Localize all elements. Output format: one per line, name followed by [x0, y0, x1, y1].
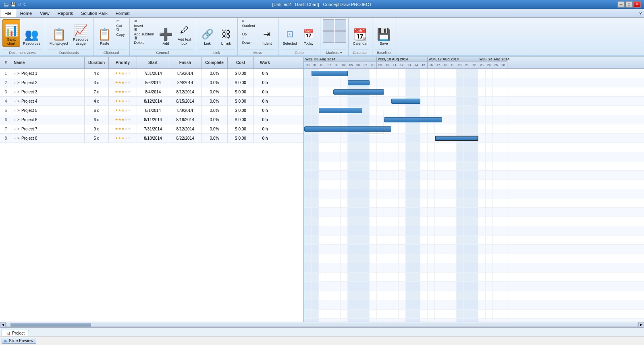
up-button[interactable]: ↑ Up	[240, 28, 257, 36]
delete-button[interactable]: 🗑 Delete	[132, 36, 156, 44]
calendar-button[interactable]: 📆 Calendar	[351, 19, 370, 47]
unlink-button[interactable]: ⛓ Unlink	[217, 19, 235, 47]
outdent-button[interactable]: ⇤ Outdent	[240, 19, 257, 27]
down-button[interactable]: ↓ Down	[240, 36, 257, 44]
day-cell	[442, 217, 449, 226]
cut-button[interactable]: ✂ Cut	[114, 19, 127, 27]
day-cell	[370, 236, 377, 244]
day-cell	[377, 319, 384, 322]
cell-priority: ★★★★★	[109, 97, 137, 105]
table-row[interactable]: 7 ⬦ ➤ Project 7 9 d ★★★★★ 7/31/2014 8/12…	[0, 124, 303, 134]
day-cell	[420, 217, 428, 226]
week-label: w35, 24 Aug 2014	[478, 57, 507, 62]
day-cell	[471, 198, 478, 207]
quick-save-icon[interactable]: 💾	[10, 2, 16, 7]
day-cell	[471, 254, 478, 263]
scroll-left-button[interactable]: ◀	[0, 322, 6, 328]
add-subitem-button[interactable]: ⊞ Add subitem	[132, 28, 156, 36]
gantt-row-bg	[304, 78, 644, 87]
day-cell	[319, 69, 326, 78]
day-cell	[500, 208, 507, 217]
marker-button-4[interactable]	[335, 31, 346, 43]
scroll-thumb-left[interactable]	[10, 323, 91, 326]
menu-home[interactable]: Home	[16, 9, 36, 17]
resources-button[interactable]: 👥 Resources	[21, 19, 42, 47]
day-cell	[420, 263, 428, 272]
table-row[interactable]: 6 ⬦ ➤ Project 6 6 d ★★★★★ 8/11/2014 8/18…	[0, 115, 303, 124]
add-text-box-button[interactable]: 🖊 Add textbox	[176, 19, 193, 47]
save-button[interactable]: 💾 Save	[375, 19, 393, 47]
timeline-header: w32, 03 Aug 201430310102030405060708w33,…	[304, 57, 644, 69]
menu-solution-park[interactable]: Solution Park	[77, 9, 111, 17]
horizontal-scrollbar-left: ◀ ▶	[0, 322, 644, 327]
scroll-right-button[interactable]: ▶	[638, 322, 644, 328]
day-cell	[449, 226, 457, 235]
gantt-row-bg	[304, 143, 644, 152]
day-cell	[326, 69, 333, 78]
day-label: 11	[391, 62, 399, 68]
day-cell	[384, 273, 391, 281]
menu-file[interactable]: File	[0, 9, 16, 17]
menu-help[interactable]: ?	[635, 9, 644, 17]
marker-button-1[interactable]	[323, 19, 334, 31]
day-cell	[493, 236, 500, 244]
day-cell	[319, 263, 326, 272]
day-cell	[341, 263, 348, 272]
cut-copy-col: ✂ Cut ⧉ Copy	[114, 19, 127, 36]
add-button[interactable]: ➕ Add	[157, 19, 175, 47]
day-cell	[326, 180, 333, 189]
day-cell	[391, 180, 399, 189]
slide-preview-button[interactable]: ▶ Slide Preview	[2, 338, 36, 344]
project-name: Project 5	[21, 108, 37, 113]
add-icon: ➕	[160, 28, 172, 41]
table-row[interactable]: 1 ⬦ ➤ Project 1 4 d ★★★★★ 7/31/2014 8/5/…	[0, 69, 303, 78]
day-cell	[442, 78, 449, 87]
redo-icon[interactable]: ↻	[23, 2, 27, 7]
day-cell	[319, 143, 326, 152]
menu-view[interactable]: View	[36, 9, 54, 17]
tab-project[interactable]: 📊 Project	[2, 330, 29, 336]
undo-icon[interactable]: ↺	[18, 2, 21, 7]
gantt-chart-button[interactable]: 📊 Ganttchart	[2, 19, 20, 47]
bottom-tabs: 📊 Project	[0, 327, 644, 336]
indent-button[interactable]: ⇥ Indent	[258, 19, 276, 47]
day-cell	[333, 152, 341, 161]
maximize-button[interactable]: □	[625, 1, 633, 8]
menu-reports[interactable]: Reports	[54, 9, 77, 17]
day-cell	[355, 254, 362, 263]
day-cell	[413, 171, 420, 180]
today-button[interactable]: 📅 Today	[300, 19, 318, 47]
marker-button-3[interactable]	[323, 31, 334, 43]
day-cell	[464, 245, 471, 254]
ribbon-group-content: 📋 Paste ✂ Cut ⧉ Copy	[96, 19, 127, 49]
scroll-track-left[interactable]	[6, 323, 638, 327]
multiproject-button[interactable]: 📋 Multiproject	[48, 19, 70, 47]
day-cell	[442, 282, 449, 291]
day-cell	[362, 319, 370, 322]
menu-format[interactable]: Format	[112, 9, 134, 17]
close-button[interactable]: ✕	[634, 1, 641, 8]
day-cell	[326, 282, 333, 291]
minimize-button[interactable]: ─	[617, 1, 625, 8]
table-row[interactable]: 3 ⬦ ➤ Project 3 7 d ★★★★★ 8/4/2014 8/12/…	[0, 87, 303, 97]
day-cell	[326, 254, 333, 263]
day-cell	[391, 143, 399, 152]
copy-button[interactable]: ⧉ Copy	[114, 28, 127, 36]
day-cell	[348, 291, 355, 300]
resource-usage-button[interactable]: 📈 Resourceusage	[71, 19, 91, 47]
gantt-row-bg	[304, 161, 644, 171]
selected-button[interactable]: ⊡ Selected	[281, 19, 299, 47]
day-cell	[493, 310, 500, 318]
day-cell	[319, 273, 326, 281]
insert-button[interactable]: ⊕ Insert	[132, 19, 156, 27]
table-row[interactable]: 5 ⬦ ➤ Project 5 6 d ★★★★★ 8/1/2014 8/8/2…	[0, 106, 303, 115]
day-cell	[319, 282, 326, 291]
paste-button[interactable]: 📋 Paste	[96, 19, 114, 47]
marker-button-2[interactable]	[335, 19, 346, 31]
cell-name: ⬦ ➤ Project 6	[12, 115, 85, 124]
link-button[interactable]: 🔗 Link	[199, 19, 216, 47]
day-cell	[355, 245, 362, 254]
table-row[interactable]: 2 ⬦ ➤ Project 2 3 d ★★★★★ 8/6/2014 8/8/2…	[0, 78, 303, 87]
table-row[interactable]: 4 ⬦ ➤ Project 4 4 d ★★★★★ 8/12/2014 8/15…	[0, 97, 303, 106]
table-row[interactable]: 8 ⬦ ➤ Project 8 5 d ★★★★★ 8/18/2014 8/22…	[0, 134, 303, 143]
